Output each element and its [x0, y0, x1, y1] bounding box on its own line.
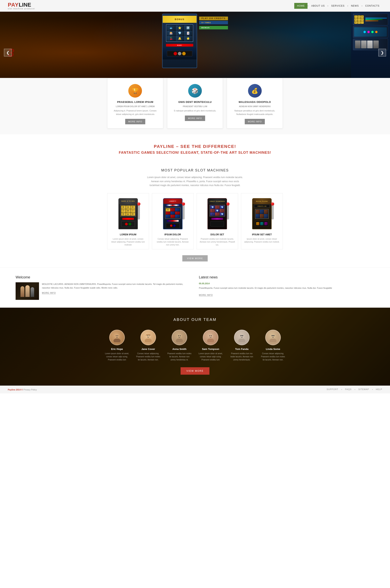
- svg-point-11: [180, 335, 181, 336]
- machine-lever-4: [272, 204, 274, 220]
- footer: Payline 2014 © Privacy Policy SUPPORT • …: [0, 385, 390, 393]
- mc: ★: [354, 21, 357, 24]
- team-member-6: Linda Some Consec tetuer adipiscing. Pra…: [260, 330, 286, 361]
- feature-subtitle-3: AENEAN NON UMMY HENDRERIU: [231, 105, 279, 108]
- tagline-section: PAYLINE – SEE THE DIFFERENCE! FANTASTIC …: [0, 134, 390, 161]
- sc: ★: [166, 208, 170, 211]
- feature-icon-2: 🎲: [188, 84, 202, 98]
- sc: B: [210, 209, 215, 212]
- machine-desc-3: Praesent vestibu lum molestie lacuiris. …: [200, 238, 235, 246]
- feature-card-3: 💰 MALESUADA ODIOPOLO AENEAN NON UMMY HEN…: [227, 78, 283, 128]
- machine-controls-3: [210, 221, 224, 227]
- machine-body-1: BARS ★ TO WIN BAR 7★7 B★R: [118, 198, 138, 229]
- hero-next-button[interactable]: ❯: [378, 49, 386, 56]
- svg-point-9: [176, 338, 183, 342]
- feature-more-btn-1[interactable]: MORE INFO: [125, 119, 145, 124]
- tagline-line1: PAYLINE – SEE THE DIFFERENCE!: [8, 144, 382, 149]
- footer-link-sitemap[interactable]: SITEMAP: [358, 388, 369, 391]
- avatar-face-4: [206, 333, 215, 342]
- logo: PAYLINE slot machine producer: [8, 2, 35, 10]
- feature-more-btn-2[interactable]: MORE INFO: [185, 116, 205, 121]
- welcome-text-area: MOLESTIE LACUIRIS. AENEAN NON UMMYDRIAUR…: [42, 282, 191, 300]
- view-more-button[interactable]: VIEW MORE: [182, 255, 208, 261]
- svg-point-2: [116, 335, 117, 336]
- member-avatar-4: [203, 330, 218, 345]
- machine-card-1: BARS ★ TO WIN BAR 7★7 B★R: [107, 193, 149, 249]
- nav-news[interactable]: NEWS: [348, 3, 362, 9]
- machines-grid: BARS ★ TO WIN BAR 7★7 B★R: [107, 193, 283, 249]
- sc: K: [260, 214, 264, 218]
- info-section: Welcome MOLESTIE LACUIRIS. AENEAN NON UM…: [0, 267, 390, 308]
- cell: ⭐: [184, 36, 192, 41]
- sc: B: [121, 212, 126, 216]
- nav-about[interactable]: ABOUT US: [308, 3, 327, 9]
- svg-point-18: [241, 335, 242, 336]
- svg-point-6: [147, 335, 148, 336]
- news-more-info[interactable]: MORE INFO: [199, 294, 213, 296]
- cell: ⭐: [176, 25, 184, 30]
- sc: 7: [215, 212, 220, 216]
- hero-slot-1: BONUS 🐟 ⭐ 7️⃣ 🎰 💎 🃏 🍒 🔔 ⭐ BAR: [162, 14, 197, 68]
- ctrl-sq: [260, 222, 263, 225]
- svg-point-5: [145, 338, 152, 342]
- team-view-more-button[interactable]: VIEW MORE: [181, 367, 209, 375]
- member-name-5: Tom Fanda: [229, 348, 254, 350]
- machine-desc-1: Lorem ipsum dolor sit amet, consec tetue…: [110, 238, 146, 246]
- feature-desc-2: S natoque penatibus et gris dent monteic…: [171, 109, 219, 113]
- hero-slot-bar: BAR: [166, 44, 193, 46]
- machine-body-4: ROYAL FLUSH CREDITS: 150 K A Q J K A: [252, 198, 272, 229]
- member-avatar-6: [265, 330, 281, 345]
- footer-sep-3: •: [372, 388, 373, 391]
- member-desc-3: Praesent vestibu lum moles tie lacuiris.…: [167, 352, 192, 361]
- key: [367, 41, 373, 48]
- member-name-4: Sam Tompson: [198, 348, 223, 350]
- member-desc-2: Consec tetuer adipiscing. Praesent vesti…: [136, 352, 161, 361]
- sc: 7: [121, 209, 126, 212]
- footer-link-faqs[interactable]: FAQS: [345, 388, 351, 391]
- person-3: [31, 287, 34, 297]
- machine-screen-4: K A Q J K A: [255, 209, 269, 219]
- nav-services[interactable]: SERVICES: [328, 3, 347, 9]
- team-section: ABOUT OUR TEAM Eric Hope Lorem ipsum dol…: [0, 308, 390, 385]
- footer-link-help[interactable]: HELP: [376, 388, 382, 391]
- play-credits: PLAY 150 CREDITS: [199, 17, 228, 20]
- features-section: 🏆 PRAESEBUL LOREM IPSUM LOREM IPSUM DOLO…: [0, 78, 390, 134]
- flag-bar: [166, 205, 180, 206]
- key: [355, 41, 361, 48]
- svg-point-25: [272, 335, 273, 336]
- sc: ★: [210, 212, 215, 216]
- tagline-line2: FANTASTIC GAMES SELECTION! ELEGANT, STAT…: [8, 151, 382, 155]
- footer-brand: Payline: [8, 388, 15, 391]
- welcome-more-info[interactable]: MORE INFO: [42, 292, 56, 294]
- team-grid: Eric Hope Lorem ipsum dolor sit amet, co…: [8, 330, 382, 361]
- person-1: [20, 286, 24, 297]
- machine-img-3: CRAZY DIAMONDS 💎 7 💎 B 💎 B ★ 7 💎: [205, 197, 229, 230]
- svg-point-1: [113, 338, 121, 342]
- prev-arrow-icon: ❮: [6, 50, 9, 55]
- lever-ball-1: [137, 203, 140, 206]
- machine-controls-2: [166, 223, 180, 228]
- footer-privacy-link[interactable]: Privacy Policy: [23, 388, 37, 391]
- hero-text-overlay: PLAY 150 CREDITS 5× TIMES BONUS: [199, 17, 228, 29]
- sc: 7: [170, 215, 175, 218]
- nav-contacts[interactable]: CONTACTS: [362, 3, 382, 9]
- nav-home[interactable]: HOME: [294, 3, 307, 9]
- cell: 🔔: [176, 36, 184, 41]
- sc: 7: [131, 209, 135, 212]
- hero-prev-button[interactable]: ❮: [4, 49, 12, 56]
- svg-point-17: [238, 338, 245, 342]
- footer-link-support[interactable]: SUPPORT: [327, 388, 338, 391]
- cell: 🐟: [167, 25, 175, 30]
- header: PAYLINE slot machine producer HOME ◆ ABO…: [0, 0, 390, 12]
- ctrl-sq: [256, 222, 259, 225]
- machine-controls: [121, 221, 135, 227]
- mc: B: [361, 18, 364, 21]
- svg-point-24: [269, 338, 277, 342]
- mini-bar: [365, 20, 378, 21]
- machine-screen-3: 💎 7 💎 B 💎 B ★ 7 💎: [209, 205, 225, 216]
- feature-more-btn-3[interactable]: MORE INFO: [245, 119, 265, 124]
- feature-card-2: 🎲 GNIS DENT MONTEICULU PRAESENT VESTIBU …: [167, 78, 223, 128]
- news-date: 05.05.2014: [199, 282, 374, 285]
- svg-point-13: [207, 338, 214, 342]
- cell: 🎰: [167, 31, 175, 36]
